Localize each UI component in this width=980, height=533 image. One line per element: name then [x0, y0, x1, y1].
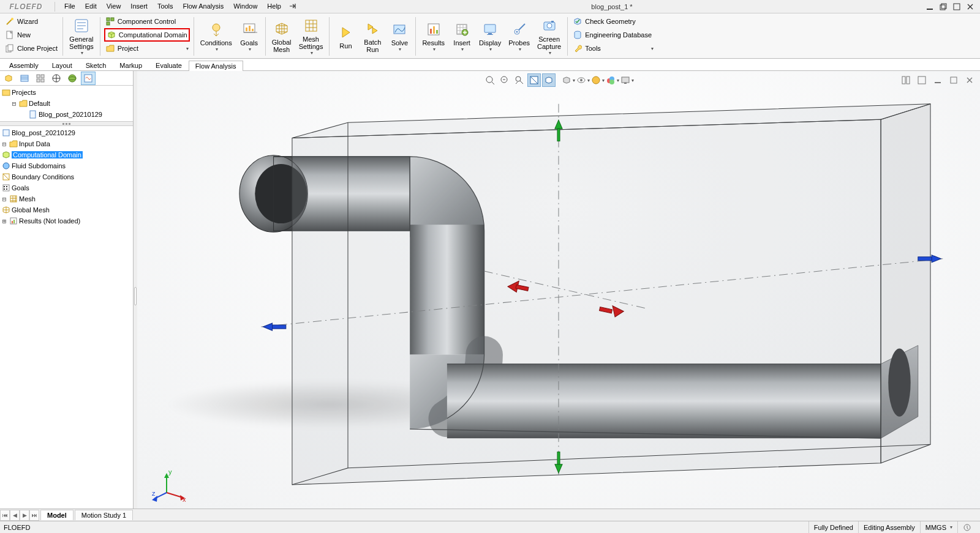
general-settings-button[interactable]: GeneralSettings ▾	[66, 15, 97, 58]
sheet-nav-prev[interactable]: ◀	[10, 510, 20, 521]
edit-appearance-icon[interactable]: ▾	[591, 73, 605, 87]
display-button[interactable]: Display ▾	[475, 15, 505, 58]
computational-domain-icon	[1, 151, 10, 160]
tree2-global-mesh[interactable]: Global Mesh	[0, 204, 133, 215]
status-extra-icon[interactable]	[957, 521, 976, 533]
run-button[interactable]: Run	[332, 15, 359, 58]
tab-flow-analysis[interactable]: Flow Analysis	[189, 61, 243, 71]
vp-split-icon[interactable]	[899, 73, 913, 87]
probes-button[interactable]: Probes ▾	[505, 15, 533, 58]
menu-pin-icon[interactable]	[287, 1, 299, 12]
fm-mode-2[interactable]	[17, 72, 32, 85]
menu-view[interactable]: View	[102, 1, 126, 12]
section-view-icon[interactable]	[527, 73, 541, 87]
conditions-button[interactable]: Conditions ▾	[197, 15, 236, 58]
tab-sketch[interactable]: Sketch	[79, 60, 113, 70]
component-control-button[interactable]: Component Control	[104, 15, 190, 28]
batch-run-button[interactable]: BatchRun	[359, 15, 386, 58]
results-button[interactable]: Results ▾	[418, 15, 448, 58]
app-logo: FLOEFD	[0, 0, 52, 13]
window-close-icon[interactable]	[965, 2, 975, 12]
menu-tools[interactable]: Tools	[153, 1, 178, 12]
hide-show-icon[interactable]: ▾	[576, 73, 590, 87]
screen-capture-button[interactable]: ScreenCapture ▾	[533, 15, 565, 58]
sheet-nav-next[interactable]: ▶	[20, 510, 29, 521]
fm-mode-3[interactable]	[33, 72, 48, 85]
orientation-triad[interactable]: y x z	[152, 468, 186, 502]
tree-blog-project[interactable]: Blog_post_20210129	[0, 109, 133, 120]
tree2-goals[interactable]: Goals	[0, 182, 133, 193]
computational-domain-button[interactable]: Computational Domain	[104, 28, 190, 42]
menu-flow-analysis[interactable]: Flow Analysis	[179, 1, 228, 12]
menu-file[interactable]: File	[60, 1, 80, 12]
collapse-icon[interactable]: ⊟	[11, 100, 17, 108]
sheet-tab-model[interactable]: Model	[40, 510, 74, 520]
svg-point-31	[547, 23, 552, 28]
collapse-icon[interactable]: ⊟	[1, 140, 7, 148]
clone-icon	[5, 43, 15, 53]
zoom-area-icon[interactable]	[498, 73, 511, 87]
view-orientation-icon[interactable]	[542, 73, 556, 87]
feature-manager-mode-row	[0, 71, 133, 86]
fm-mode-5[interactable]	[65, 72, 80, 85]
window-restore-2-icon[interactable]	[952, 2, 962, 12]
collapse-icon[interactable]: ⊟	[1, 195, 7, 203]
fm-mode-1[interactable]	[1, 72, 16, 85]
fm-mode-4[interactable]	[49, 72, 64, 85]
zoom-fit-icon[interactable]	[483, 73, 497, 87]
insert-button[interactable]: Insert ▾	[448, 15, 475, 58]
svg-rect-2	[941, 4, 946, 9]
menu-window[interactable]: Window	[229, 1, 262, 12]
tree-projects-root[interactable]: Projects	[0, 87, 133, 98]
menu-insert[interactable]: Insert	[126, 1, 152, 12]
status-units[interactable]: MMGS▾	[920, 521, 957, 533]
window-minimize-icon[interactable]	[925, 2, 935, 12]
tree2-input-data[interactable]: ⊟ Input Data	[0, 138, 133, 149]
tree-splitter[interactable]	[0, 121, 133, 126]
global-mesh-button[interactable]: GlobalMesh	[268, 15, 295, 58]
apply-scene-icon[interactable]: ▾	[606, 73, 619, 87]
tree2-boundary-conditions[interactable]: Boundary Conditions	[0, 171, 133, 182]
wizard-button[interactable]: Wizard	[4, 15, 59, 28]
tree2-root[interactable]: Blog_post_20210129	[0, 127, 133, 138]
tab-evaluate[interactable]: Evaluate	[149, 60, 189, 70]
tab-markup[interactable]: Markup	[113, 60, 149, 70]
sheet-tab-motion-study[interactable]: Motion Study 1	[75, 510, 133, 520]
tab-assembly[interactable]: Assembly	[2, 60, 45, 70]
fm-mode-active[interactable]	[81, 72, 96, 85]
tools-dropdown[interactable]: Tools ▾	[571, 42, 655, 55]
svg-rect-48	[3, 185, 9, 191]
goals-button[interactable]: Goals ▾	[236, 15, 263, 58]
menu-help[interactable]: Help	[263, 1, 285, 12]
tree2-fluid-subdomains[interactable]: Fluid Subdomains	[0, 160, 133, 171]
vp-minimize-icon[interactable]	[931, 73, 944, 87]
tree2-results[interactable]: ⊞ Results (Not loaded)	[0, 215, 133, 226]
vp-new-window-icon[interactable]	[915, 73, 929, 87]
menu-edit[interactable]: Edit	[81, 1, 101, 12]
window-restore-1-icon[interactable]	[938, 2, 948, 12]
viewport-3d[interactable]: ▾ ▾ ▾ ▾ ▾ y x z	[137, 71, 980, 521]
new-button[interactable]: New	[4, 28, 59, 42]
sheet-nav-first[interactable]: ⏮	[0, 510, 10, 521]
tree-default[interactable]: ⊟ Default	[0, 98, 133, 109]
chevron-down-icon: ▾	[432, 47, 435, 52]
vp-close-icon[interactable]	[963, 73, 976, 87]
view-settings-icon[interactable]: ▾	[620, 73, 634, 87]
solve-button[interactable]: Solve ▾	[386, 15, 413, 58]
expand-icon[interactable]: ⊞	[1, 217, 7, 225]
display-style-icon[interactable]: ▾	[562, 73, 575, 87]
tab-layout[interactable]: Layout	[45, 60, 79, 70]
wizard-icon	[5, 17, 15, 26]
check-geometry-button[interactable]: Check Geometry	[571, 15, 655, 28]
vp-maximize-icon[interactable]	[947, 73, 960, 87]
project-dropdown[interactable]: Project ▾	[104, 42, 190, 55]
tree2-mesh[interactable]: ⊟ Mesh	[0, 193, 133, 204]
sheet-nav-last[interactable]: ⏭	[29, 510, 39, 521]
tree2-computational-domain[interactable]: Computational Domain	[0, 149, 133, 160]
mesh-settings-button[interactable]: MeshSettings ▾	[295, 15, 327, 58]
clone-project-button[interactable]: Clone Project	[4, 42, 59, 55]
computational-domain-label: Computational Domain	[119, 31, 187, 39]
prev-view-icon[interactable]	[513, 73, 526, 87]
engineering-database-button[interactable]: Engineering Database	[571, 28, 655, 42]
svg-rect-49	[4, 186, 5, 187]
